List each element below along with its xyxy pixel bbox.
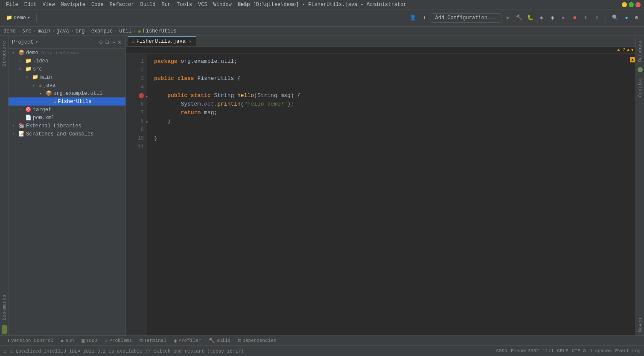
warning-badge[interactable]: ▲ 2 ▲ ▼ — [617, 47, 634, 53]
build-label: Build — [216, 338, 230, 343]
menu-tools[interactable]: Tools — [174, 1, 195, 9]
add-configuration-button[interactable]: Add Configuration... — [431, 13, 501, 23]
tree-item-java[interactable]: ▾ ☕ java — [9, 81, 125, 89]
scratch-icon: 📝 — [18, 131, 25, 137]
status-event-log[interactable]: Event Log — [615, 348, 641, 353]
maximize-button[interactable] — [629, 2, 634, 7]
status-line-sep[interactable]: CRLF — [557, 348, 568, 353]
sidebar-options-button[interactable]: ⋯ — [111, 38, 116, 47]
menu-build[interactable]: Build — [137, 1, 158, 9]
lib-icon: 📚 — [18, 123, 25, 129]
title-bar: File Edit View Navigate Code Refactor Bu… — [0, 0, 644, 9]
menu-run[interactable]: Run — [159, 1, 173, 9]
run-with-button[interactable]: ▸ — [559, 13, 569, 23]
tree-item-pom[interactable]: 📄 pom.xml — [9, 114, 125, 122]
tree-label-demo: demo — [26, 50, 38, 56]
breadcrumb-main[interactable]: main — [38, 28, 50, 34]
tree-item-external-libs[interactable]: › 📚 External Libraries — [9, 122, 125, 130]
menu-edit[interactable]: Edit — [22, 1, 39, 9]
status-user[interactable]: Fisher3552 — [511, 348, 539, 353]
menu-view[interactable]: View — [40, 1, 58, 9]
notifications-button[interactable]: ● — [623, 14, 631, 22]
tree-item-target[interactable]: › 🎯 target — [9, 106, 125, 114]
bottom-tab-dependencies[interactable]: ⊟ Dependencies — [235, 337, 280, 345]
copilot-panel-tab[interactable]: Copilot — [636, 74, 644, 100]
tree-item-idea[interactable]: › 📁 .idea — [9, 57, 125, 65]
editor-tab-fisherutils[interactable]: ☕ FisherUtils.java ✕ — [128, 36, 196, 46]
menu-refactor[interactable]: Refactor — [107, 1, 137, 9]
window-controls[interactable] — [622, 2, 641, 7]
status-encoding[interactable]: UTF-8 — [572, 348, 586, 353]
tree-item-demo[interactable]: ▾ 📦 demo D:\gitee\demo — [9, 49, 125, 57]
settings-button[interactable]: ⚙ — [632, 13, 641, 22]
vcs-push-btn[interactable]: ⬆ — [420, 13, 428, 22]
tree-item-package[interactable]: ▾ 📦 org.example.util — [9, 89, 125, 97]
bottom-tab-terminal[interactable]: ⊞ Terminal — [136, 337, 170, 345]
bottom-tab-todo[interactable]: ▦ TODO — [78, 337, 101, 345]
menu-vcs[interactable]: VCS — [195, 1, 210, 9]
menu-bar[interactable]: File Edit View Navigate Code Refactor Bu… — [3, 1, 253, 9]
bottom-tab-build[interactable]: 🔨 Build — [205, 337, 234, 345]
bottom-tab-profiler[interactable]: ◉ Profiler — [171, 337, 204, 345]
run-button[interactable]: ▶ — [503, 13, 513, 23]
minimize-button[interactable] — [622, 2, 627, 7]
sidebar-close-button[interactable]: ✕ — [117, 38, 122, 47]
stop-button[interactable]: ■ — [570, 13, 580, 23]
code-editor[interactable]: package org.example.util; public class F… — [147, 54, 629, 335]
warning-up-arrow[interactable]: ▲ — [627, 47, 630, 53]
breadcrumb-org[interactable]: org — [76, 28, 85, 34]
bottom-tab-run[interactable]: ▶ Run — [58, 337, 77, 345]
bottom-tab-problems[interactable]: ⚠ Problems — [102, 337, 135, 345]
status-position[interactable]: 11:1 — [542, 348, 554, 353]
structure-tab[interactable]: Structure — [0, 38, 8, 70]
tab-close-button[interactable]: ✕ — [189, 39, 192, 44]
user-icon-btn[interactable]: 👤 — [407, 13, 419, 22]
breadcrumb-util[interactable]: util — [119, 28, 131, 34]
editor-content[interactable]: 1 2 3 4 5 6 7 8 9 10 11 package org.exam… — [126, 54, 635, 335]
breadcrumb-fisherutils[interactable]: FisherUtils — [143, 28, 177, 34]
search-button[interactable]: 🔍 — [609, 13, 621, 22]
project-selector[interactable]: 📁 demo ▾ — [3, 13, 33, 22]
sidebar-collapse-button[interactable]: ⊟ — [105, 38, 110, 47]
close-button[interactable] — [635, 2, 641, 7]
menu-window[interactable]: Window — [211, 1, 234, 9]
warning-down-arrow[interactable]: ▼ — [631, 47, 634, 53]
package-icon: 📦 — [46, 90, 52, 97]
breadcrumb-file-icon: ☕ — [138, 28, 141, 34]
menu-file[interactable]: File — [3, 1, 21, 9]
build-button[interactable]: 🔨 — [514, 13, 525, 23]
debug-button[interactable]: 🐛 — [525, 13, 536, 23]
breadcrumb-example[interactable]: example — [91, 28, 113, 34]
project-dropdown-icon: ▾ — [27, 15, 30, 21]
status-indent[interactable]: 4 spaces — [589, 348, 612, 353]
bottom-tab-vcs[interactable]: ⬆ Version Control — [3, 337, 57, 345]
tree-item-main[interactable]: ▾ 📁 main — [9, 73, 125, 81]
java-icon: ☕ — [39, 82, 42, 88]
coverage-button[interactable]: ◈ — [536, 13, 547, 23]
breadcrumb-src[interactable]: src — [22, 28, 32, 34]
bookmarks-tab[interactable]: Bookmarks — [0, 291, 8, 324]
jump-prev-button[interactable]: ⬇ — [592, 13, 602, 23]
menu-code[interactable]: Code — [89, 1, 106, 9]
warning-count: ▲ 2 — [617, 47, 626, 53]
vcs-icon: ⬆ — [7, 338, 10, 344]
tree-item-src[interactable]: ▾ 📁 src — [9, 65, 125, 73]
tree-item-scratches[interactable]: › 📝 Scratches and Consoles — [9, 130, 125, 138]
line-num-3: 3 — [126, 74, 147, 83]
profile-button[interactable]: ◉ — [548, 13, 558, 23]
line-num-2: 2 — [126, 66, 147, 74]
status-csdn[interactable]: CSDN — [496, 348, 507, 353]
tree-item-fisherutils[interactable]: ☕ FisherUtils — [9, 97, 125, 106]
sidebar-title-row: Project ▾ — [12, 39, 38, 45]
maven-panel-tab[interactable]: Maven — [636, 315, 644, 335]
database-panel-tab[interactable]: Database — [636, 36, 644, 65]
breadcrumb-java[interactable]: java — [57, 28, 69, 34]
problems-label: Problems — [109, 338, 132, 343]
breadcrumb-demo[interactable]: demo — [3, 28, 16, 34]
menu-navigate[interactable]: Navigate — [58, 1, 88, 9]
status-warning-text[interactable]: ⚠ Localized IntelliJ IDEA 2021.3.2 is av… — [10, 348, 244, 354]
sidebar-dropdown-icon[interactable]: ▾ — [35, 39, 38, 45]
sidebar-locate-button[interactable]: ⊕ — [98, 38, 103, 47]
tree-label-external-libs: External Libraries — [26, 123, 82, 129]
jump-next-button[interactable]: ⬆ — [581, 13, 591, 23]
